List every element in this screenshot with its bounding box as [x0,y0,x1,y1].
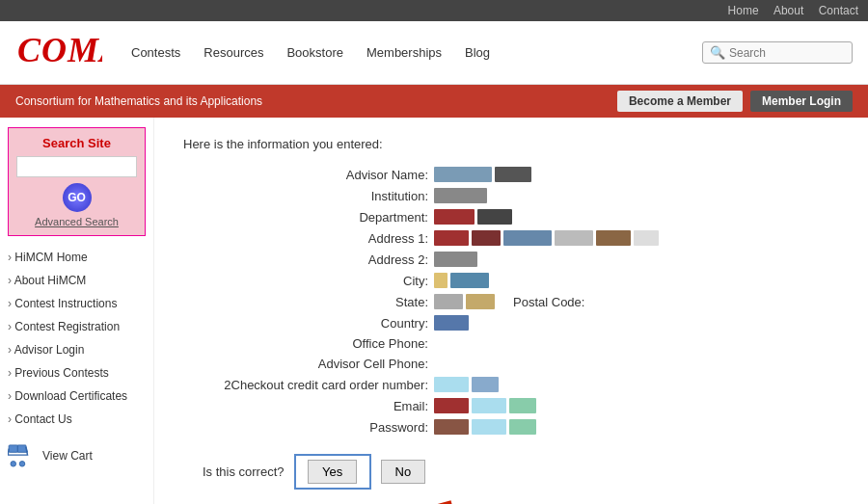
redacted-block [434,252,477,267]
sidebar-item-previous-contests[interactable]: Previous Contests [8,361,146,385]
member-login-button[interactable]: Member Login [750,91,853,112]
city-row: City: [203,273,839,288]
redacted-block [434,294,463,309]
svg-text:COMAP: COMAP [17,31,102,69]
state-value: Postal Code: [434,294,584,309]
search-site-input[interactable] [16,156,137,177]
redacted-block [555,230,593,246]
advisor-name-value [434,167,531,182]
advisor-name-label: Advisor Name: [203,168,434,182]
redacted-block [509,398,536,413]
header: COMAP Contests Resources Bookstore Membe… [0,21,868,85]
cart-icon [8,444,37,467]
top-bar: Home About Contact [0,0,868,21]
svg-point-3 [11,462,16,467]
address2-label: Address 2: [203,252,434,267]
cell-phone-label: Advisor Cell Phone: [203,357,434,371]
main-nav: Contests Resources Bookstore Memberships… [131,45,702,60]
email-label: Email: [203,399,434,413]
redacted-block [450,273,489,288]
sidebar-item-himcm-home[interactable]: HiMCM Home [8,246,146,269]
checkout-value [434,377,499,392]
banner-buttons: Become a Member Member Login [617,91,853,112]
sidebar-item-about-himcm[interactable]: About HiMCM [8,269,146,292]
search-input[interactable] [729,46,845,60]
redacted-block [434,419,469,435]
redacted-block [434,188,487,203]
top-contact-link[interactable]: Contact [819,4,858,17]
email-value [434,398,536,413]
address2-value [434,252,477,267]
department-label: Department: [203,210,434,225]
search-site-box: Search Site GO Advanced Search [8,127,146,236]
office-phone-row: Office Phone: [203,336,839,351]
sidebar-item-contest-registration[interactable]: Contest Registration [8,315,146,338]
logo: COMAP [15,29,102,76]
confirm-question: Is this correct? [203,464,285,479]
department-value [434,209,512,225]
nav-blog[interactable]: Blog [465,45,490,60]
search-site-label: Search Site [16,136,137,150]
top-about-link[interactable]: About [773,4,803,17]
password-value [434,419,536,435]
banner-text: Consortium for Mathematics and its Appli… [15,94,262,108]
redacted-block [472,230,501,246]
view-cart[interactable]: View Cart [8,444,146,467]
no-button[interactable]: No [381,460,426,484]
city-value [434,273,489,288]
top-home-link[interactable]: Home [728,4,759,17]
red-banner: Consortium for Mathematics and its Appli… [0,85,868,118]
redacted-block [466,294,495,309]
become-member-button[interactable]: Become a Member [617,91,743,112]
state-row: State: Postal Code: [203,294,839,309]
city-label: City: [203,274,434,288]
address1-value [434,230,659,246]
nav-contests[interactable]: Contests [131,45,180,60]
sidebar: Search Site GO Advanced Search HiMCM Hom… [0,118,154,504]
sidebar-item-advisor-login[interactable]: Advisor Login [8,338,146,361]
email-row: Email: [203,398,839,413]
sidebar-item-contest-instructions[interactable]: Contest Instructions [8,292,146,315]
redacted-block [503,230,552,246]
postal-code-label: Postal Code: [513,295,584,309]
nav-resources[interactable]: Resources [203,45,263,60]
redacted-block [434,377,469,392]
country-value [434,315,469,331]
advanced-search-link[interactable]: Advanced Search [16,216,137,227]
view-cart-label: View Cart [42,449,93,463]
institution-value [434,188,487,203]
redacted-block [596,230,631,246]
red-arrow-icon [415,497,463,504]
institution-label: Institution: [203,189,434,203]
advisor-name-row: Advisor Name: [203,167,839,182]
redacted-block [434,273,448,288]
redacted-block [434,167,492,182]
country-label: Country: [203,316,434,331]
svg-marker-5 [415,497,463,504]
search-icon: 🔍 [710,45,725,60]
department-row: Department: [203,209,839,225]
redacted-block [495,167,531,182]
content-intro: Here is the information you entered: [183,137,839,151]
sidebar-item-download-certificates[interactable]: Download Certificates [8,385,146,408]
redacted-block [472,419,506,435]
password-label: Password: [203,420,434,435]
country-row: Country: [203,315,839,331]
address2-row: Address 2: [203,252,839,267]
nav-bookstore[interactable]: Bookstore [286,45,343,60]
checkout-row: 2Checkout credit card order number: [203,377,839,392]
address1-label: Address 1: [203,231,434,246]
go-button[interactable]: GO [63,183,92,212]
confirm-input-box: Yes [294,454,371,490]
yes-button[interactable]: Yes [308,460,357,484]
redacted-block [472,398,506,413]
address1-row: Address 1: [203,230,839,246]
svg-point-4 [19,462,25,467]
redacted-block [434,315,469,331]
redacted-block [634,230,659,246]
svg-rect-1 [9,445,17,452]
redacted-block [434,230,469,246]
nav-memberships[interactable]: Memberships [366,45,442,60]
sidebar-item-contact-us[interactable]: Contact Us [8,408,146,431]
arrow-container [415,497,839,504]
